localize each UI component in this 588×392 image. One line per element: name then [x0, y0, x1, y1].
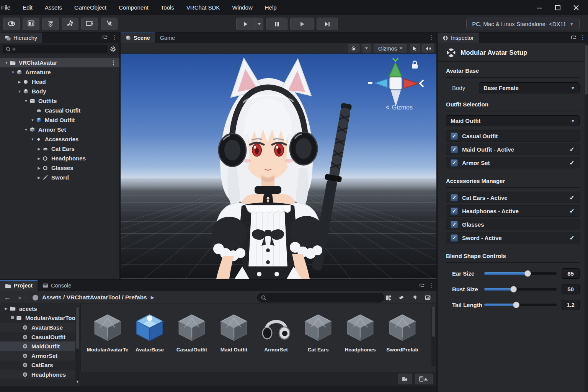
column-layout-button[interactable] [383, 292, 394, 302]
folder-item-armorset[interactable]: ArmorSet [0, 351, 80, 361]
view-tool-button[interactable] [3, 18, 20, 30]
play-dropdown-icon[interactable] [255, 18, 263, 30]
slider-value[interactable]: 1.2 [562, 300, 580, 310]
body-dropdown[interactable]: Base Female ▼ [479, 82, 580, 93]
expand-open-icon[interactable]: ▼ [23, 99, 29, 103]
scale-tool-button[interactable] [62, 18, 78, 30]
scene-lighting-button[interactable] [348, 44, 359, 52]
tab-hierarchy[interactable]: Hierarchy [0, 33, 42, 43]
kebab-menu-icon[interactable]: ⋮ [111, 60, 116, 65]
layout-icon[interactable] [419, 283, 425, 288]
slider-track[interactable] [484, 304, 557, 306]
checkbox-checked[interactable]: ✓ [451, 132, 458, 140]
outfit-row-casual-outfit[interactable]: ✓Casual Outfit [446, 130, 580, 142]
maximize-button[interactable] [551, 2, 564, 13]
hierarchy-item-maid-outfit[interactable]: ▼Maid Outfit [0, 115, 119, 125]
expand-closed-icon[interactable]: ▶ [36, 157, 42, 160]
gizmo-x-neg-axis[interactable] [374, 79, 387, 88]
gizmo-x-axis[interactable] [404, 79, 418, 88]
outfit-row-maid-outfit-active[interactable]: ✓Maid Outfit - Active✓ [446, 144, 580, 155]
move-tool-button[interactable] [23, 18, 39, 30]
expand-open-icon[interactable]: ▼ [10, 70, 16, 74]
hierarchy-item-vrchatavatar[interactable]: ▼VRChatAvatar⋮ [0, 58, 119, 67]
rect-tool-button[interactable] [81, 18, 98, 30]
slider-track[interactable] [484, 288, 557, 291]
hierarchy-item-accessories[interactable]: ▼Accessories [0, 134, 119, 144]
hierarchy-item-armature[interactable]: ▼Armature [0, 67, 119, 77]
outfit-dropdown[interactable]: Maid Outfit ▼ [446, 115, 580, 126]
play-secondary-button[interactable] [290, 18, 314, 30]
accessory-row-cat-ears-active[interactable]: ✓Cat Ears - Active✓ [446, 192, 580, 203]
pause-button[interactable] [266, 18, 287, 30]
expand-closed-icon[interactable]: ▶ [36, 166, 42, 170]
folder-tree-scrollbar[interactable]: ▼ [75, 306, 80, 383]
expand-open-icon[interactable]: ▼ [4, 61, 9, 65]
toggle-icon[interactable] [9, 316, 15, 320]
project-search-input[interactable] [257, 293, 384, 302]
project-asset-swordprefab[interactable]: SwordPrefab [381, 313, 423, 353]
favorites-button[interactable] [409, 292, 420, 302]
menu-help[interactable]: Help [259, 0, 283, 15]
expand-open-icon[interactable]: ▼ [17, 90, 22, 93]
expand-closed-icon[interactable]: ▶ [36, 147, 42, 151]
checkbox-checked[interactable]: ✓ [451, 234, 458, 242]
folder-item-modularavatartool[interactable]: ModularAvatarTool [0, 314, 80, 323]
slider-handle[interactable] [524, 270, 531, 277]
project-asset-casualoutfit[interactable]: CasualOutfit [171, 313, 213, 353]
slider-handle[interactable] [510, 286, 517, 292]
hierarchy-item-body[interactable]: ▼Body [0, 87, 119, 96]
checkbox-checked[interactable]: ✓ [451, 159, 458, 167]
rotate-tool-button[interactable] [42, 18, 59, 30]
hierarchy-item-casual-outfit[interactable]: Casual Outfit [0, 106, 119, 115]
checkbox-checked[interactable]: ✓ [451, 146, 458, 153]
step-button[interactable] [317, 18, 338, 30]
close-button[interactable] [570, 2, 583, 13]
scroll-down-icon[interactable]: ▼ [75, 380, 80, 384]
project-asset-cat-ears[interactable]: Cat Ears [297, 313, 339, 353]
gizmo-y-axis[interactable] [389, 63, 402, 77]
hidden-packages-button[interactable] [422, 292, 433, 302]
import-package-button[interactable] [398, 374, 412, 384]
gizmos-dropdown[interactable]: Gizmos [374, 44, 407, 52]
project-asset-avatarbase[interactable]: AvatarBase [129, 313, 171, 353]
kebab-menu-icon[interactable]: ⋮ [428, 34, 434, 40]
hierarchy-item-outfits[interactable]: ▼Outfits [0, 96, 119, 106]
menu-vrchat-sdk[interactable]: VRChat SDK [180, 0, 226, 15]
folder-item-headphones[interactable]: Headphones [0, 370, 80, 379]
slider-handle[interactable] [513, 302, 519, 308]
expand-open-icon[interactable]: ▼ [30, 118, 35, 122]
hierarchy-item-head[interactable]: ▶Head [0, 77, 119, 87]
menu-file[interactable]: File [0, 0, 16, 15]
transform-tool-button[interactable] [101, 18, 118, 30]
hierarchy-search-input[interactable] [3, 45, 107, 53]
menu-assets[interactable]: Assets [39, 0, 68, 15]
folder-item-aceets[interactable]: ▶aceets [0, 304, 80, 314]
tab-game[interactable]: Game [155, 33, 180, 43]
orientation-gizmo[interactable]: < Gizmos [367, 57, 428, 114]
back-arrow-icon[interactable]: ← [0, 294, 15, 302]
tab-console[interactable]: Console [38, 280, 76, 291]
asset-store-button[interactable] [415, 374, 433, 384]
project-asset-maid-outfit[interactable]: Maid Outfit [213, 313, 255, 353]
hierarchy-item-armor-set[interactable]: ▼Armor Set [0, 125, 119, 134]
minimize-button[interactable] [533, 2, 546, 13]
lock-icon[interactable] [412, 61, 418, 69]
hierarchy-item-sword[interactable]: ▶Sword [0, 173, 119, 182]
outfit-row-armor-set[interactable]: ✓Armor Set✓ [446, 157, 580, 168]
menu-tools[interactable]: Tools [155, 0, 180, 15]
expand-closed-icon[interactable]: ▶ [3, 307, 9, 310]
gizmos-overlay-toggle[interactable]: < Gizmos [385, 104, 413, 111]
build-target-dropdown[interactable]: PC, Mac & Linux Standalone <DX11 ▼ [466, 18, 580, 30]
project-asset-modularavatarte[interactable]: ModularAvatarTe [87, 313, 129, 353]
asset-grid-scrollbar[interactable] [431, 305, 436, 367]
inspector-scrollbar[interactable] [585, 43, 588, 392]
checkbox-checked[interactable]: ✓ [451, 207, 458, 215]
scene-viewport[interactable]: < Gizmos [121, 54, 436, 279]
menu-gameobject[interactable]: GameObject [68, 0, 113, 15]
label-button[interactable] [396, 292, 407, 302]
checkbox-checked[interactable]: ✓ [451, 221, 458, 228]
expand-closed-icon[interactable]: ▶ [17, 80, 22, 84]
hierarchy-item-glasses[interactable]: ▶Glasses [0, 163, 119, 173]
expand-closed-icon[interactable]: ▶ [36, 176, 42, 180]
folder-item-catears[interactable]: CatEars [0, 361, 80, 370]
